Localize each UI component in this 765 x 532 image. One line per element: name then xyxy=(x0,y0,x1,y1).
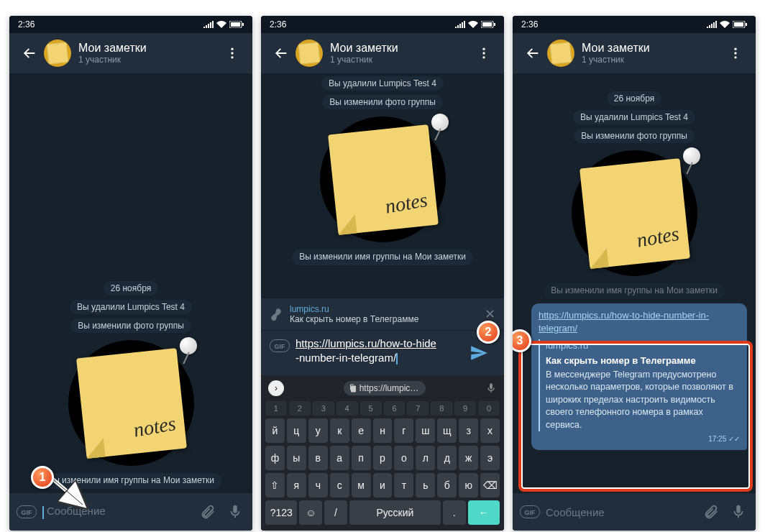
key[interactable]: ф xyxy=(265,446,285,470)
more-button[interactable] xyxy=(721,39,750,68)
back-button[interactable] xyxy=(15,39,44,68)
key[interactable]: б xyxy=(437,473,457,497)
chat-title-block[interactable]: Мои заметки 1 участник xyxy=(330,42,469,65)
key[interactable]: 6 xyxy=(384,401,406,416)
group-photo[interactable]: notes xyxy=(320,116,446,242)
key[interactable]: ы xyxy=(287,446,306,470)
svg-point-5 xyxy=(231,56,233,58)
svg-point-20 xyxy=(734,52,736,54)
gif-icon[interactable]: GIF xyxy=(270,339,290,352)
key[interactable]: й xyxy=(265,418,285,443)
chat-avatar[interactable] xyxy=(44,40,71,67)
key[interactable]: у xyxy=(308,418,328,443)
voice-button[interactable] xyxy=(224,500,247,523)
back-button[interactable] xyxy=(267,39,296,68)
gif-icon[interactable]: GIF xyxy=(518,500,541,523)
key[interactable]: х xyxy=(480,418,500,443)
key[interactable]: 8 xyxy=(431,401,452,416)
chat-title-block[interactable]: Мои заметки 1 участник xyxy=(582,42,721,65)
message-input-bar[interactable]: GIF Сообщение xyxy=(513,493,756,531)
back-button[interactable] xyxy=(518,39,547,68)
key[interactable]: 7 xyxy=(407,401,429,416)
send-button[interactable] xyxy=(469,344,488,362)
chat-avatar[interactable] xyxy=(296,40,323,67)
key[interactable]: в xyxy=(308,446,328,470)
chevron-right-icon[interactable]: › xyxy=(268,380,284,396)
more-button[interactable] xyxy=(218,39,247,68)
more-button[interactable] xyxy=(469,39,498,68)
key[interactable]: г xyxy=(394,418,413,443)
sys-message: Вы удалили Lumpics Test 4 xyxy=(573,110,695,124)
keyboard[interactable]: › https://lumpic… 1234567890 йцукенгшщзх… xyxy=(261,375,504,531)
message-input-bar[interactable]: GIF https://lumpics.ru/how-to-hide -numb… xyxy=(261,331,504,375)
key[interactable]: п xyxy=(352,446,371,470)
key[interactable]: я xyxy=(287,473,306,497)
key[interactable]: 2 xyxy=(289,401,311,416)
key[interactable]: 4 xyxy=(336,401,358,416)
message-url[interactable]: https://lumpics.ru/how-to-hide-number-in… xyxy=(539,309,740,335)
key[interactable]: е xyxy=(352,418,371,443)
key[interactable]: 5 xyxy=(360,401,382,416)
key[interactable]: ш xyxy=(416,418,435,443)
key-period[interactable]: . xyxy=(443,500,466,525)
key[interactable]: ц xyxy=(287,418,306,443)
key[interactable]: 3 xyxy=(313,401,334,416)
chat-avatar[interactable] xyxy=(547,40,574,67)
chat-header[interactable]: Мои заметки 1 участник xyxy=(261,33,504,73)
microphone-icon[interactable] xyxy=(485,382,497,394)
key-space[interactable]: Русский xyxy=(349,500,441,525)
key[interactable]: ⇧ xyxy=(265,473,285,497)
notes-label: notes xyxy=(383,188,429,219)
gif-icon[interactable]: GIF xyxy=(15,500,38,523)
chat-title: Мои заметки xyxy=(330,42,469,55)
key[interactable]: л xyxy=(416,446,435,470)
status-bar: 2:36 xyxy=(261,16,504,33)
key[interactable]: м xyxy=(352,473,371,497)
attach-button[interactable] xyxy=(196,500,219,523)
key[interactable]: р xyxy=(373,446,393,470)
key[interactable]: о xyxy=(394,446,413,470)
key[interactable]: ж xyxy=(459,446,478,470)
group-photo[interactable]: notes xyxy=(572,150,697,276)
key[interactable]: т xyxy=(394,473,413,497)
key-emoji[interactable]: ☺ xyxy=(299,500,322,525)
attach-button[interactable] xyxy=(700,500,723,523)
chat-area[interactable]: Вы удалили Lumpics Test 4 Вы изменили фо… xyxy=(261,73,504,298)
notes-label: notes xyxy=(132,412,178,442)
key[interactable]: а xyxy=(330,446,349,470)
group-photo[interactable]: notes xyxy=(68,340,194,466)
suggestion-pill[interactable]: https://lumpic… xyxy=(344,381,426,395)
voice-button[interactable] xyxy=(727,500,750,523)
key[interactable]: 9 xyxy=(454,401,476,416)
key[interactable]: с xyxy=(330,473,349,497)
chat-title-block[interactable]: Мои заметки 1 участник xyxy=(78,42,218,65)
key[interactable]: 1 xyxy=(265,401,287,416)
key[interactable]: д xyxy=(437,446,457,470)
key[interactable]: ч xyxy=(308,473,328,497)
key[interactable]: з xyxy=(459,418,478,443)
chat-area[interactable]: 26 ноября Вы удалили Lumpics Test 4 Вы и… xyxy=(513,73,756,493)
suggestion-bar[interactable]: › https://lumpic… xyxy=(264,378,501,398)
key[interactable]: к xyxy=(330,418,349,443)
key[interactable]: 0 xyxy=(478,401,500,416)
arrow-annotation xyxy=(50,476,107,513)
key[interactable]: н xyxy=(373,418,393,443)
key[interactable]: ⌫ xyxy=(480,473,500,497)
key[interactable]: и xyxy=(373,473,393,497)
message-bubble[interactable]: https://lumpics.ru/how-to-hide-number-in… xyxy=(531,303,747,450)
key-symbols[interactable]: ?123 xyxy=(265,500,297,525)
chat-area[interactable]: 26 ноября Вы удалили Lumpics Test 4 Вы и… xyxy=(9,73,252,493)
key[interactable]: ю xyxy=(459,473,478,497)
signal-icon xyxy=(455,21,465,28)
chat-header[interactable]: Мои заметки 1 участник xyxy=(9,33,252,73)
key[interactable]: ь xyxy=(416,473,435,497)
preview-close-button[interactable]: ✕ xyxy=(485,306,495,322)
key[interactable]: щ xyxy=(437,418,457,443)
key-enter[interactable]: ← xyxy=(468,500,500,525)
message-input[interactable]: https://lumpics.ru/how-to-hide -number-i… xyxy=(296,336,457,364)
key[interactable]: э xyxy=(480,446,500,470)
message-input-bar[interactable]: GIF Сообщение 1 xyxy=(9,493,252,531)
chat-header[interactable]: Мои заметки 1 участник xyxy=(513,33,756,73)
key-slash[interactable]: / xyxy=(324,500,347,525)
message-input[interactable]: Сообщение xyxy=(546,506,695,518)
